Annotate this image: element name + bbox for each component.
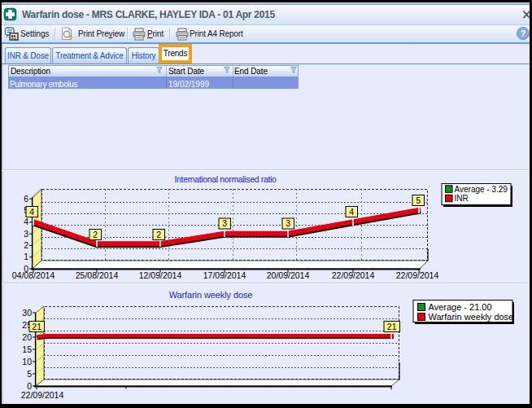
svg-text:04/08/2014: 04/08/2014 bbox=[12, 270, 55, 280]
svg-text:2: 2 bbox=[156, 230, 161, 239]
svg-text:3: 3 bbox=[24, 229, 28, 239]
svg-text:2: 2 bbox=[24, 240, 28, 250]
svg-text:17/09/2014: 17/09/2014 bbox=[203, 270, 246, 280]
svg-text:5: 5 bbox=[27, 369, 32, 379]
svg-text:25/08/2014: 25/08/2014 bbox=[76, 270, 119, 280]
svg-text:15: 15 bbox=[22, 344, 32, 354]
svg-text:10: 10 bbox=[22, 357, 32, 366]
svg-text:4: 4 bbox=[349, 207, 354, 217]
svg-text:2: 2 bbox=[93, 230, 98, 239]
svg-text:21: 21 bbox=[32, 322, 41, 331]
svg-text:3: 3 bbox=[222, 218, 227, 228]
svg-text:22/09/2014: 22/09/2014 bbox=[396, 270, 439, 280]
svg-text:21: 21 bbox=[387, 322, 397, 331]
svg-text:30: 30 bbox=[22, 308, 32, 318]
svg-text:Average - 21.00: Average - 21.00 bbox=[429, 302, 492, 312]
svg-text:6: 6 bbox=[24, 194, 28, 204]
svg-text:12/09/2014: 12/09/2014 bbox=[139, 270, 182, 280]
svg-text:5: 5 bbox=[416, 195, 421, 205]
svg-text:22/09/2014: 22/09/2014 bbox=[332, 270, 375, 280]
svg-text:INR: INR bbox=[455, 194, 469, 203]
svg-text:3: 3 bbox=[286, 218, 290, 228]
svg-text:1: 1 bbox=[24, 252, 28, 261]
svg-text:Warfarin weekly dose: Warfarin weekly dose bbox=[429, 312, 514, 322]
svg-text:20: 20 bbox=[22, 332, 32, 342]
svg-text:22/09/2014: 22/09/2014 bbox=[21, 390, 64, 400]
svg-text:Average - 3.29: Average - 3.29 bbox=[455, 185, 508, 194]
svg-text:4: 4 bbox=[29, 207, 34, 217]
svg-text:0: 0 bbox=[27, 381, 32, 391]
svg-text:4: 4 bbox=[24, 217, 28, 226]
svg-text:20/09/2014: 20/09/2014 bbox=[267, 270, 310, 280]
